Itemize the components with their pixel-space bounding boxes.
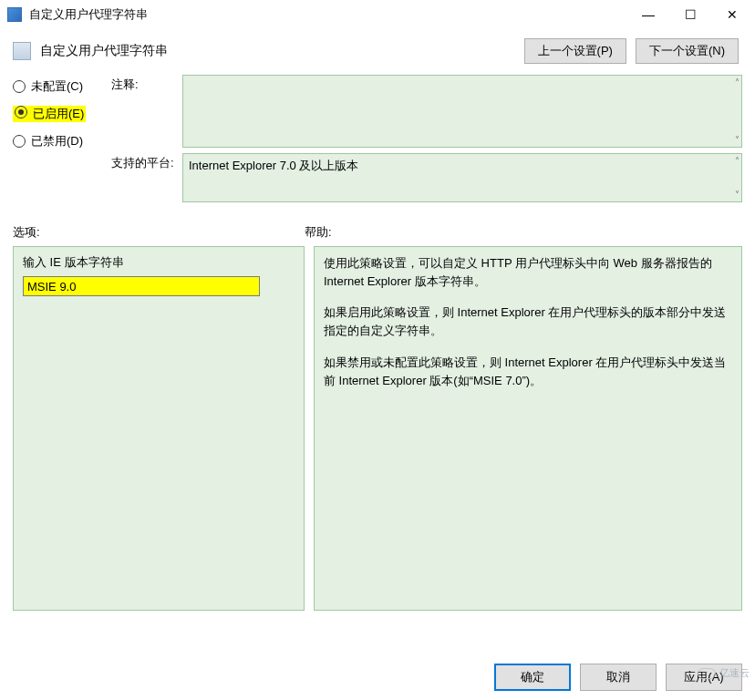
radio-disabled[interactable]: 已禁用(D) — [13, 133, 95, 149]
radio-enabled-label: 已启用(E) — [33, 106, 84, 122]
policy-icon — [13, 42, 31, 60]
titlebar: 自定义用户代理字符串 — ☐ ✕ — [0, 0, 755, 29]
previous-setting-button[interactable]: 上一个设置(P) — [524, 38, 626, 64]
chevron-up-icon: ˄ — [735, 156, 739, 166]
comment-box[interactable]: ˄ ˅ — [182, 75, 742, 148]
chevron-down-icon: ˅ — [735, 190, 739, 200]
radio-enabled[interactable]: 已启用(E) — [13, 106, 95, 122]
close-button[interactable]: ✕ — [711, 1, 753, 28]
radio-not-configured[interactable]: 未配置(C) — [13, 78, 95, 95]
platform-box[interactable]: Internet Explorer 7.0 及以上版本 ˄ ˅ — [182, 153, 742, 202]
app-icon — [7, 7, 22, 22]
section-labels: 选项: 帮助: — [13, 224, 742, 246]
radio-circle-selected-icon — [15, 106, 27, 118]
help-panel: 使用此策略设置，可以自定义 HTTP 用户代理标头中向 Web 服务器报告的 I… — [314, 246, 742, 611]
radio-column: 未配置(C) 已启用(E) 已禁用(D) — [13, 75, 95, 208]
ok-button[interactable]: 确定 — [494, 664, 571, 691]
cancel-button[interactable]: 取消 — [580, 664, 657, 691]
minimize-button[interactable]: — — [627, 1, 669, 28]
panels: 输入 IE 版本字符串 使用此策略设置，可以自定义 HTTP 用户代理标头中向 … — [13, 246, 742, 611]
maximize-button[interactable]: ☐ — [669, 1, 711, 28]
bottom-button-bar: 确定 取消 应用(A) — [494, 664, 742, 691]
nav-buttons: 上一个设置(P) 下一个设置(N) — [524, 38, 739, 64]
radio-not-configured-label: 未配置(C) — [31, 78, 83, 95]
radio-circle-icon — [13, 135, 26, 148]
right-fields: 注释: ˄ ˅ 支持的平台: Internet Explorer 7.0 及以上… — [111, 75, 742, 208]
platform-label: 支持的平台: — [111, 153, 182, 202]
options-panel: 输入 IE 版本字符串 — [13, 246, 305, 611]
window-controls: — ☐ ✕ — [627, 1, 753, 28]
help-paragraph-1: 使用此策略设置，可以自定义 HTTP 用户代理标头中向 Web 服务器报告的 I… — [324, 254, 732, 291]
window-title: 自定义用户代理字符串 — [29, 6, 627, 23]
help-paragraph-3: 如果禁用或未配置此策略设置，则 Internet Explorer 在用户代理标… — [324, 354, 732, 390]
header-row: 自定义用户代理字符串 上一个设置(P) 下一个设置(N) — [0, 29, 755, 69]
chevron-down-icon: ˅ — [735, 135, 739, 145]
apply-button[interactable]: 应用(A) — [666, 664, 742, 691]
radio-circle-icon — [13, 80, 26, 93]
ie-version-label: 输入 IE 版本字符串 — [23, 254, 295, 271]
help-section-label: 帮助: — [305, 224, 742, 241]
chevron-up-icon: ˄ — [735, 77, 739, 88]
config-row: 未配置(C) 已启用(E) 已禁用(D) 注释: ˄ ˅ — [13, 75, 742, 208]
body-area: 未配置(C) 已启用(E) 已禁用(D) 注释: ˄ ˅ — [0, 69, 755, 611]
comment-row: 注释: ˄ ˅ — [111, 75, 742, 148]
radio-disabled-label: 已禁用(D) — [31, 133, 83, 149]
section-title: 自定义用户代理字符串 — [40, 43, 524, 59]
options-section-label: 选项: — [13, 224, 305, 241]
help-paragraph-2: 如果启用此策略设置，则 Internet Explorer 在用户代理标头的版本… — [324, 304, 732, 340]
ie-version-input[interactable] — [23, 276, 260, 296]
next-setting-button[interactable]: 下一个设置(N) — [636, 38, 739, 64]
platform-row: 支持的平台: Internet Explorer 7.0 及以上版本 ˄ ˅ — [111, 153, 742, 202]
platform-value: Internet Explorer 7.0 及以上版本 — [189, 159, 358, 172]
comment-label: 注释: — [111, 75, 182, 148]
